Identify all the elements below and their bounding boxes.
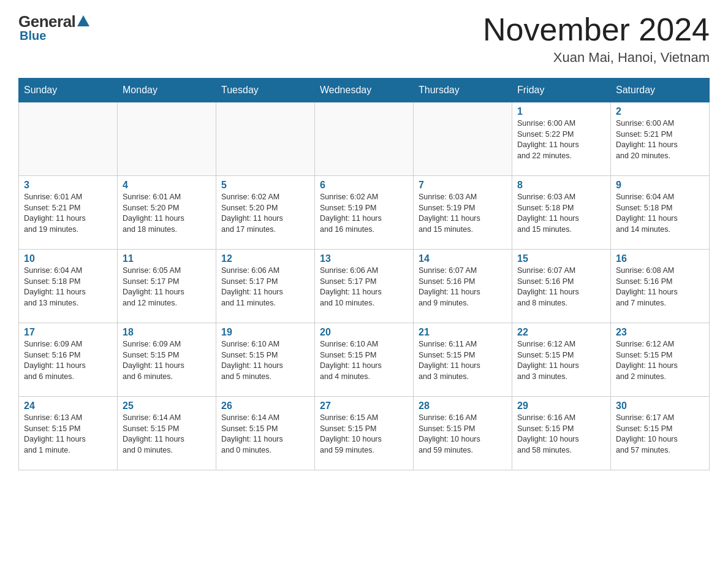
column-header-tuesday: Tuesday: [216, 79, 315, 102]
calendar-cell: 7Sunrise: 6:03 AMSunset: 5:19 PMDaylight…: [414, 176, 512, 250]
day-number: 11: [123, 253, 211, 264]
day-info: Sunrise: 6:14 AMSunset: 5:15 PMDaylight:…: [123, 413, 211, 456]
calendar-cell: 29Sunrise: 6:16 AMSunset: 5:15 PMDayligh…: [512, 397, 611, 470]
day-info: Sunrise: 6:01 AMSunset: 5:20 PMDaylight:…: [123, 192, 211, 235]
day-info: Sunrise: 6:03 AMSunset: 5:19 PMDaylight:…: [419, 192, 507, 235]
title-section: November 2024 Xuan Mai, Hanoi, Vietnam: [483, 12, 710, 66]
day-info: Sunrise: 6:13 AMSunset: 5:15 PMDaylight:…: [24, 413, 112, 456]
day-number: 4: [123, 180, 211, 191]
calendar-cell: [118, 102, 216, 176]
calendar-cell: [216, 102, 315, 176]
day-info: Sunrise: 6:07 AMSunset: 5:16 PMDaylight:…: [517, 266, 605, 308]
column-header-saturday: Saturday: [611, 79, 710, 102]
day-number: 12: [221, 253, 309, 264]
day-info: Sunrise: 6:14 AMSunset: 5:15 PMDaylight:…: [221, 413, 309, 456]
column-header-friday: Friday: [512, 79, 611, 102]
day-info: Sunrise: 6:10 AMSunset: 5:15 PMDaylight:…: [320, 339, 408, 382]
day-info: Sunrise: 6:09 AMSunset: 5:16 PMDaylight:…: [24, 339, 112, 382]
calendar-table: SundayMondayTuesdayWednesdayThursdayFrid…: [18, 78, 710, 470]
day-info: Sunrise: 6:12 AMSunset: 5:15 PMDaylight:…: [616, 339, 704, 382]
calendar-cell: 23Sunrise: 6:12 AMSunset: 5:15 PMDayligh…: [611, 323, 710, 397]
day-info: Sunrise: 6:06 AMSunset: 5:17 PMDaylight:…: [320, 266, 408, 308]
day-number: 7: [419, 180, 507, 191]
calendar-header-row: SundayMondayTuesdayWednesdayThursdayFrid…: [19, 79, 710, 102]
day-number: 21: [419, 327, 507, 338]
calendar-cell: 24Sunrise: 6:13 AMSunset: 5:15 PMDayligh…: [19, 397, 118, 470]
week-row-4: 17Sunrise: 6:09 AMSunset: 5:16 PMDayligh…: [19, 323, 710, 397]
day-info: Sunrise: 6:12 AMSunset: 5:15 PMDaylight:…: [517, 339, 605, 382]
day-number: 22: [517, 327, 605, 338]
day-number: 8: [517, 180, 605, 191]
calendar-cell: 26Sunrise: 6:14 AMSunset: 5:15 PMDayligh…: [216, 397, 315, 470]
calendar-cell: 11Sunrise: 6:05 AMSunset: 5:17 PMDayligh…: [118, 250, 216, 323]
day-info: Sunrise: 6:01 AMSunset: 5:21 PMDaylight:…: [24, 192, 112, 235]
calendar-cell: 9Sunrise: 6:04 AMSunset: 5:18 PMDaylight…: [611, 176, 710, 250]
day-info: Sunrise: 6:16 AMSunset: 5:15 PMDaylight:…: [419, 413, 507, 456]
calendar-cell: [315, 102, 414, 176]
calendar-cell: 27Sunrise: 6:15 AMSunset: 5:15 PMDayligh…: [315, 397, 414, 470]
day-number: 28: [419, 400, 507, 412]
day-number: 5: [221, 180, 309, 191]
calendar-cell: 12Sunrise: 6:06 AMSunset: 5:17 PMDayligh…: [216, 250, 315, 323]
day-info: Sunrise: 6:00 AMSunset: 5:21 PMDaylight:…: [616, 118, 704, 161]
calendar-cell: 6Sunrise: 6:02 AMSunset: 5:19 PMDaylight…: [315, 176, 414, 250]
day-info: Sunrise: 6:00 AMSunset: 5:22 PMDaylight:…: [517, 118, 605, 161]
day-info: Sunrise: 6:04 AMSunset: 5:18 PMDaylight:…: [616, 192, 704, 235]
calendar-cell: 20Sunrise: 6:10 AMSunset: 5:15 PMDayligh…: [315, 323, 414, 397]
calendar-cell: [414, 102, 512, 176]
day-info: Sunrise: 6:06 AMSunset: 5:17 PMDaylight:…: [221, 266, 309, 308]
day-info: Sunrise: 6:02 AMSunset: 5:20 PMDaylight:…: [221, 192, 309, 235]
day-number: 25: [123, 400, 211, 412]
day-info: Sunrise: 6:05 AMSunset: 5:17 PMDaylight:…: [123, 266, 211, 308]
day-info: Sunrise: 6:04 AMSunset: 5:18 PMDaylight:…: [24, 266, 112, 308]
day-info: Sunrise: 6:11 AMSunset: 5:15 PMDaylight:…: [419, 339, 507, 382]
day-number: 13: [320, 253, 408, 264]
calendar-cell: 8Sunrise: 6:03 AMSunset: 5:18 PMDaylight…: [512, 176, 611, 250]
day-info: Sunrise: 6:16 AMSunset: 5:15 PMDaylight:…: [517, 413, 605, 456]
day-number: 14: [419, 253, 507, 264]
day-number: 17: [24, 327, 112, 338]
day-info: Sunrise: 6:03 AMSunset: 5:18 PMDaylight:…: [517, 192, 605, 235]
week-row-3: 10Sunrise: 6:04 AMSunset: 5:18 PMDayligh…: [19, 250, 710, 323]
day-number: 26: [221, 400, 309, 412]
day-info: Sunrise: 6:07 AMSunset: 5:16 PMDaylight:…: [419, 266, 507, 308]
day-number: 27: [320, 400, 408, 412]
day-number: 30: [616, 400, 704, 412]
day-number: 23: [616, 327, 704, 338]
week-row-2: 3Sunrise: 6:01 AMSunset: 5:21 PMDaylight…: [19, 176, 710, 250]
day-number: 9: [616, 180, 704, 191]
calendar-cell: 21Sunrise: 6:11 AMSunset: 5:15 PMDayligh…: [414, 323, 512, 397]
calendar-cell: 1Sunrise: 6:00 AMSunset: 5:22 PMDaylight…: [512, 102, 611, 176]
day-number: 18: [123, 327, 211, 338]
day-info: Sunrise: 6:10 AMSunset: 5:15 PMDaylight:…: [221, 339, 309, 382]
day-info: Sunrise: 6:15 AMSunset: 5:15 PMDaylight:…: [320, 413, 408, 456]
day-number: 6: [320, 180, 408, 191]
day-info: Sunrise: 6:08 AMSunset: 5:16 PMDaylight:…: [616, 266, 704, 308]
calendar-cell: 28Sunrise: 6:16 AMSunset: 5:15 PMDayligh…: [414, 397, 512, 470]
calendar-cell: 30Sunrise: 6:17 AMSunset: 5:15 PMDayligh…: [611, 397, 710, 470]
week-row-1: 1Sunrise: 6:00 AMSunset: 5:22 PMDaylight…: [19, 102, 710, 176]
day-number: 20: [320, 327, 408, 338]
calendar-cell: 22Sunrise: 6:12 AMSunset: 5:15 PMDayligh…: [512, 323, 611, 397]
day-number: 2: [616, 106, 704, 117]
logo: General Blue: [18, 12, 89, 43]
column-header-thursday: Thursday: [414, 79, 512, 102]
calendar-cell: 3Sunrise: 6:01 AMSunset: 5:21 PMDaylight…: [19, 176, 118, 250]
calendar-cell: [19, 102, 118, 176]
column-header-sunday: Sunday: [19, 79, 118, 102]
day-number: 10: [24, 253, 112, 264]
week-row-5: 24Sunrise: 6:13 AMSunset: 5:15 PMDayligh…: [19, 397, 710, 470]
logo-triangle-icon: [77, 15, 89, 26]
column-header-wednesday: Wednesday: [315, 79, 414, 102]
calendar-cell: 4Sunrise: 6:01 AMSunset: 5:20 PMDaylight…: [118, 176, 216, 250]
calendar-cell: 16Sunrise: 6:08 AMSunset: 5:16 PMDayligh…: [611, 250, 710, 323]
calendar-cell: 15Sunrise: 6:07 AMSunset: 5:16 PMDayligh…: [512, 250, 611, 323]
logo-blue-text: Blue: [20, 29, 46, 43]
day-number: 19: [221, 327, 309, 338]
calendar-cell: 17Sunrise: 6:09 AMSunset: 5:16 PMDayligh…: [19, 323, 118, 397]
calendar-cell: 13Sunrise: 6:06 AMSunset: 5:17 PMDayligh…: [315, 250, 414, 323]
day-number: 16: [616, 253, 704, 264]
location-text: Xuan Mai, Hanoi, Vietnam: [483, 50, 710, 66]
calendar-cell: 5Sunrise: 6:02 AMSunset: 5:20 PMDaylight…: [216, 176, 315, 250]
calendar-cell: 2Sunrise: 6:00 AMSunset: 5:21 PMDaylight…: [611, 102, 710, 176]
